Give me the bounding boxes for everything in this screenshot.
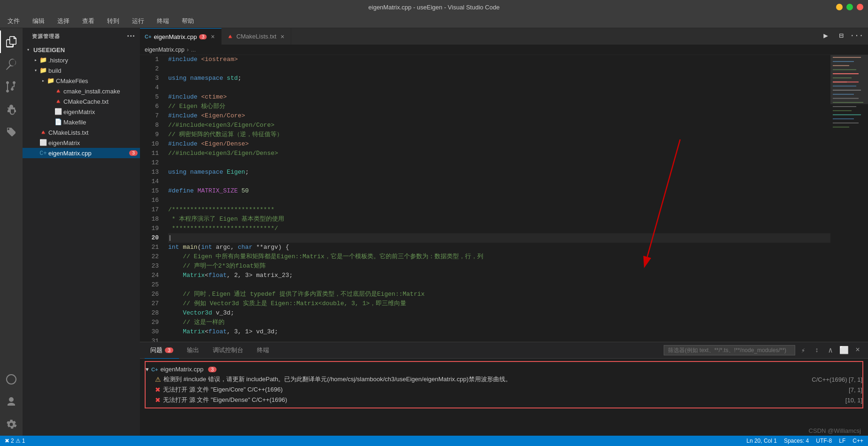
tab-eigenmatrix-cpp[interactable]: C+ eigenMatrix.cpp 3 × (140, 28, 222, 45)
menu-help[interactable]: 帮助 (179, 16, 197, 26)
code-line-20: | (168, 233, 830, 243)
cmakelists-root-label: CMakeLists.txt (48, 129, 88, 136)
menu-goto[interactable]: 转到 (104, 16, 122, 26)
panel-tab-output[interactable]: 输出 (181, 342, 205, 359)
output-label: 输出 (187, 346, 199, 354)
tree-item-cmakefiles[interactable]: ▸ 📁 CMakeFiles (23, 76, 140, 86)
tree-item-cmakelists-root[interactable]: ▸ 🔺 CMakeLists.txt (23, 127, 140, 138)
status-language[interactable]: C++ (852, 438, 863, 444)
run-btn[interactable]: ▶ (819, 29, 832, 42)
maximize-btn[interactable] (846, 4, 853, 10)
svg-rect-18 (833, 123, 859, 123)
build-arrow: ▾ (32, 67, 39, 74)
cmakefiles-label: CMakeFiles (56, 77, 88, 85)
menu-view[interactable]: 查看 (79, 16, 97, 26)
panel-content[interactable]: ▾ C+ eigenMatrix.cpp 3 ⚠ 检测到 #include 错误… (140, 359, 868, 436)
status-left: ✖ 2 ⚠ 1 (5, 438, 25, 444)
filter-input[interactable] (664, 345, 795, 355)
menu-run[interactable]: 运行 (129, 16, 147, 26)
eigen-exec-icon: ⬜ (54, 108, 62, 115)
problem-3-text: 无法打开 源 文件 "Eigen/Dense" C/C++(1696) (163, 396, 287, 404)
editor-area: C+ eigenMatrix.cpp 3 × 🔺 CMakeLists.txt … (140, 28, 868, 436)
code-line-7: #include <Eigen/Core> (168, 111, 830, 121)
code-content[interactable]: #include <iostream> using namespace std;… (163, 55, 830, 342)
split-editor-btn[interactable]: ⊟ (835, 29, 848, 42)
code-line-15: #define MATRIX_SIZE 50 (168, 186, 830, 196)
cmakecache-icon: 🔺 (54, 98, 62, 105)
more-actions-btn[interactable]: ··· (850, 29, 863, 42)
code-line-18: * 本程序演示了 Eigen 基本类型的使用 (168, 215, 830, 224)
code-line-1: #include <iostream> (168, 55, 830, 64)
activity-account[interactable] (0, 391, 23, 413)
code-line-14 (168, 177, 830, 186)
close-btn[interactable] (857, 4, 863, 10)
problem-1-code: C/C++(1696) [7, 1] (812, 376, 862, 383)
close-panel-btn[interactable]: ∧ (825, 345, 836, 356)
problems-badge: 3 (165, 347, 173, 353)
menu-file[interactable]: 文件 (5, 16, 23, 26)
tree-item-history[interactable]: ▸ 📁 .history (23, 55, 140, 65)
problem-3-loc: [10, 1] (845, 397, 862, 404)
filter-btn[interactable]: ⚡ (798, 345, 809, 356)
tree-item-makefile[interactable]: ▸ 📄 Makefile (23, 117, 140, 127)
wrap-btn[interactable]: ↕ (811, 345, 822, 356)
line-numbers: 12345 678910 1112131415 16171819 20 2122… (140, 55, 163, 342)
tree-item-eigen-exec[interactable]: ▸ ⬜ eigenMatrix (23, 107, 140, 117)
code-editor[interactable]: 12345 678910 1112131415 16171819 20 2122… (140, 55, 868, 342)
tree-item-cmakecache[interactable]: ▸ 🔺 CMakeCache.txt (23, 96, 140, 107)
panel-tab-terminal[interactable]: 终端 (251, 342, 275, 359)
minimize-btn[interactable] (836, 4, 843, 10)
menu-edit[interactable]: 编辑 (30, 16, 47, 26)
activity-debug[interactable] (0, 98, 23, 121)
eigen-root-exec-label: eigenMatrix (48, 139, 80, 146)
panel-filter-area: ⚡ ↕ ∧ ⬜ × (664, 345, 863, 356)
window-controls (836, 4, 863, 10)
activity-remote[interactable] (0, 368, 23, 391)
menu-select[interactable]: 选择 (54, 16, 72, 26)
panel-tab-problems[interactable]: 问题 3 (145, 342, 179, 359)
activity-extensions[interactable] (0, 121, 23, 143)
activity-source-control[interactable] (0, 76, 23, 98)
tree-item-eigen-root-exec[interactable]: ▸ ⬜ eigenMatrix (23, 138, 140, 148)
svg-rect-20 (830, 55, 868, 104)
status-position[interactable]: Ln 20, Col 1 (746, 438, 777, 444)
status-bar: ✖ 2 ⚠ 1 Ln 20, Col 1 Spaces: 4 UTF-8 LF … (0, 436, 868, 446)
build-folder-icon: 📁 (39, 67, 47, 74)
breadcrumb-more: ... (191, 46, 196, 53)
svg-point-0 (7, 375, 16, 384)
cmakefiles-arrow: ▸ (39, 77, 47, 85)
problem-group-header[interactable]: ▾ C+ eigenMatrix.cpp 3 (146, 364, 862, 374)
tree-item-build[interactable]: ▾ 📁 build (23, 65, 140, 76)
code-line-6: // Eigen 核心部分 (168, 102, 830, 111)
tree-root[interactable]: ▾ USEEIGEN (23, 45, 140, 55)
tab-cmakelists[interactable]: 🔺 CMakeLists.txt × (222, 28, 291, 45)
activity-settings[interactable] (0, 413, 23, 436)
maximize-panel-btn[interactable]: ⬜ (838, 345, 850, 356)
tab-cmakelists-close[interactable]: × (279, 33, 286, 40)
panel-tab-debug[interactable]: 调试控制台 (207, 342, 249, 359)
problem-item-1[interactable]: ⚠ 检测到 #include 错误，请更新 includePath。已为此翻译单… (146, 374, 862, 384)
main-layout: 资源管理器 ··· ▾ USEEIGEN ▸ 📁 .history ▾ 📁 bu… (0, 28, 868, 436)
activity-files[interactable] (0, 31, 23, 53)
cmake-install-icon: 🔺 (54, 87, 62, 95)
status-spaces[interactable]: Spaces: 4 (784, 438, 809, 444)
close-panel-x-btn[interactable]: × (852, 345, 863, 356)
activity-search[interactable] (0, 53, 23, 76)
history-label: .history (48, 57, 68, 64)
title-bar: eigenMatrix.cpp - useEigen - Visual Stud… (0, 0, 868, 14)
code-line-16 (168, 196, 830, 205)
eigen-exec-label: eigenMatrix (63, 108, 95, 115)
status-eol[interactable]: LF (839, 438, 845, 444)
eigen-cpp-badge: 3 (129, 150, 138, 156)
status-errors[interactable]: ✖ 2 ⚠ 1 (5, 438, 25, 444)
problems-highlight-box: ▾ C+ eigenMatrix.cpp 3 ⚠ 检测到 #include 错误… (145, 361, 863, 408)
sidebar-menu-btn[interactable]: ··· (127, 31, 135, 41)
tab-eigenmatrix-close[interactable]: × (209, 33, 217, 40)
code-line-10: #include <Eigen/Dense> (168, 139, 830, 149)
menu-terminal[interactable]: 终端 (154, 16, 172, 26)
problem-item-2[interactable]: ✖ 无法打开 源 文件 "Eigen/Core" C/C++(1696) [7,… (146, 384, 862, 395)
tree-item-cmake-install[interactable]: ▸ 🔺 cmake_install.cmake (23, 86, 140, 96)
problem-item-3[interactable]: ✖ 无法打开 源 文件 "Eigen/Dense" C/C++(1696) [1… (146, 395, 862, 405)
status-encoding[interactable]: UTF-8 (816, 438, 832, 444)
tree-item-eigen-cpp[interactable]: ▸ C+ eigenMatrix.cpp 3 (23, 148, 140, 158)
